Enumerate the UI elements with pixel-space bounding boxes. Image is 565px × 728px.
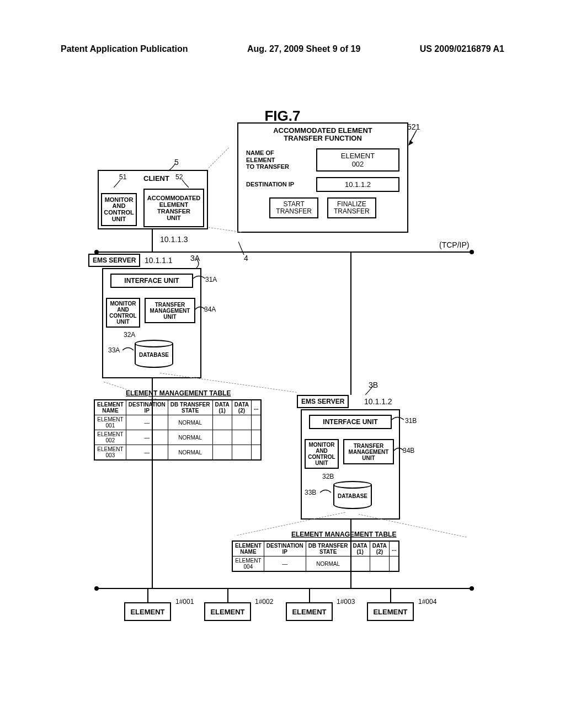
element-management-table-a: ELEMENT NAME DESTINATION IP DB TRANSFER … (94, 399, 262, 461)
transfer-management-unit-b: TRANSFER MANAGEMENT UNIT (343, 439, 394, 464)
element-4: ELEMENT (367, 602, 414, 621)
table-b-title: ELEMENT MANAGEMENT TABLE (291, 531, 396, 538)
connector-icon (365, 386, 375, 396)
arrow-521-icon (408, 130, 419, 147)
top-bus (97, 251, 472, 253)
monitor-control-unit: MONITOR AND CONTROL UNIT (101, 193, 137, 226)
connector-icon (122, 345, 136, 355)
database-b-icon: DATABASE (333, 481, 372, 512)
vline (152, 378, 153, 588)
interface-unit-b: INTERFACE UNIT (309, 415, 392, 429)
connector-icon (168, 163, 177, 172)
transfer-panel: ACCOMMODATED ELEMENT TRANSFER FUNCTION N… (237, 122, 408, 233)
element-name-field[interactable]: ELEMENT 002 (316, 148, 399, 172)
element-2: ELEMENT (204, 602, 251, 621)
ref-33a: 33A (108, 346, 120, 354)
destip-label: DESTINATION IP (246, 181, 310, 188)
connector-icon (193, 274, 207, 283)
monitor-control-unit-a: MONITOR AND CONTROL UNIT (106, 298, 140, 328)
connector-icon (195, 304, 207, 314)
ref-1-001: 1#001 (175, 598, 194, 606)
connector-icon (182, 180, 190, 189)
transfer-management-unit-a: TRANSFER MANAGEMENT UNIT (145, 298, 195, 323)
vline (350, 520, 351, 588)
vline (350, 251, 351, 395)
dash-line (209, 227, 242, 232)
interface-unit-a: INTERFACE UNIT (110, 274, 193, 288)
ref-32b: 32B (322, 473, 334, 480)
vline (152, 229, 153, 251)
dash-line (209, 147, 229, 168)
svg-line-0 (410, 130, 417, 142)
client-ip: 10.1.1.3 (160, 235, 188, 244)
ems-b-tag: EMS SERVER (297, 395, 349, 408)
ref-33b: 33B (305, 489, 316, 496)
connector-icon (114, 180, 121, 189)
ref-1-003: 1#003 (337, 598, 355, 606)
connector-icon (320, 488, 333, 497)
tcpip-label: (TCP/IP) (439, 240, 469, 249)
vline (227, 588, 228, 602)
connector-icon (196, 259, 204, 269)
vline (147, 588, 148, 602)
monitor-control-unit-b: MONITOR AND CONTROL UNIT (305, 439, 339, 469)
page-header: Patent Application Publication Aug. 27, … (0, 44, 565, 54)
ems-a-tag: EMS SERVER (88, 254, 140, 267)
pub-label: Patent Application Publication (61, 44, 188, 54)
ref-31b: 31B (405, 417, 417, 425)
table-a-title: ELEMENT MANAGEMENT TABLE (126, 389, 231, 397)
pub-number: US 2009/0216879 A1 (420, 44, 504, 54)
start-transfer-button[interactable]: START TRANSFER (269, 197, 318, 218)
accommodated-element-transfer-unit: ACCOMMODATED ELEMENT TRANSFER UNIT (143, 189, 204, 227)
vline (390, 588, 391, 602)
bottom-bus (97, 588, 472, 589)
ref-1-004: 1#004 (418, 598, 436, 606)
element-management-table-b: ELEMENT NAME DESTINATION IP DB TRANSFER … (232, 540, 399, 572)
svg-marker-1 (408, 140, 413, 146)
ems-b-ip: 10.1.1.2 (364, 397, 392, 406)
element-3: ELEMENT (286, 602, 333, 621)
client-title: CLIENT (143, 174, 169, 183)
ems-a-ip: 10.1.1.1 (145, 256, 173, 265)
connector-icon (392, 415, 406, 425)
sheet-label: Aug. 27, 2009 Sheet 9 of 19 (247, 44, 360, 54)
element-1: ELEMENT (124, 602, 171, 621)
destination-ip-field[interactable]: 10.1.1.2 (316, 177, 399, 192)
connector-icon (394, 446, 406, 456)
name-label: NAME OF ELEMENT TO TRANSFER (246, 149, 310, 169)
database-a-icon: DATABASE (135, 340, 173, 371)
vline (309, 588, 310, 602)
connector-icon (238, 242, 246, 256)
panel-title: ACCOMMODATED ELEMENT TRANSFER FUNCTION (238, 127, 407, 143)
ref-32a: 32A (124, 331, 135, 339)
finalize-transfer-button[interactable]: FINALIZE TRANSFER (327, 197, 376, 218)
ref-1-002: 1#002 (255, 598, 273, 606)
